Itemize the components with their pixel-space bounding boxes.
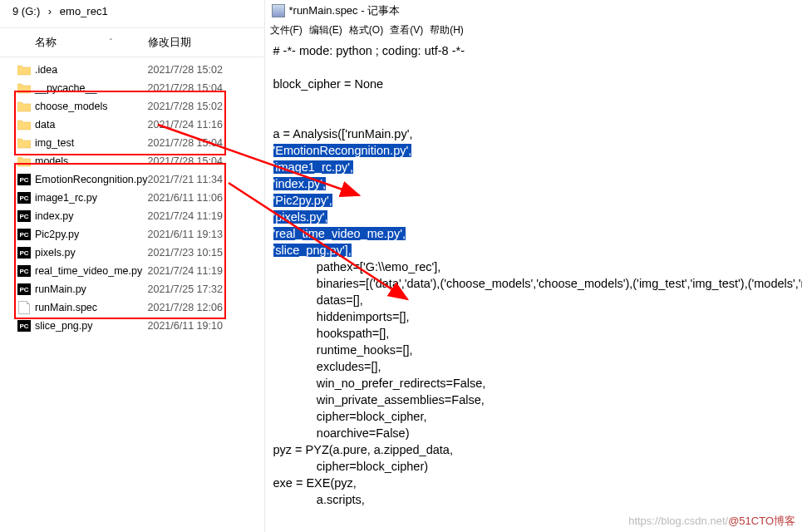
column-header-date[interactable]: 修改日期: [148, 35, 264, 50]
editor-line: cipher=block_cipher,: [273, 408, 803, 425]
editor-line: pyz = PYZ(a.pure, a.zipped_data,: [273, 441, 803, 458]
file-row[interactable]: PCrunMain.py2021/7/25 17:32: [0, 280, 264, 298]
breadcrumb-folder[interactable]: emo_rec1: [60, 5, 108, 17]
editor-line: win_no_prefer_redirects=False,: [273, 375, 803, 392]
notepad-titlebar: *runMain.spec - 记事本: [265, 0, 803, 22]
editor-line: 'Pic2py.py',: [273, 192, 803, 209]
pycharm-file-icon: PC: [17, 318, 32, 333]
editor-line: [273, 109, 803, 126]
pycharm-file-icon: PC: [17, 190, 32, 205]
file-icon: [17, 300, 32, 315]
file-date: 2021/7/28 15:02: [148, 101, 264, 112]
editor-line: 'pixels.py',: [273, 209, 803, 225]
pycharm-file-icon: PC: [17, 245, 32, 260]
pycharm-file-icon: PC: [17, 172, 32, 187]
file-row[interactable]: PCPic2py.py2021/6/11 19:13: [0, 225, 264, 244]
file-date: 2021/7/21 11:34: [148, 174, 264, 185]
folder-icon: [17, 62, 32, 77]
editor-line: hiddenimports=[],: [273, 308, 803, 325]
file-name: slice_png.py: [35, 320, 148, 332]
editor-line: [273, 92, 803, 109]
breadcrumb-drive[interactable]: 9 (G:): [12, 5, 40, 17]
notepad-title: *runMain.spec - 记事本: [289, 3, 401, 18]
editor-line: datas=[],: [273, 292, 803, 308]
file-row[interactable]: PCindex.py2021/7/24 11:19: [0, 207, 264, 225]
editor-line: pathex=['G:\\emo_rec'],: [273, 259, 803, 275]
file-date: 2021/7/28 15:04: [148, 82, 264, 94]
folder-icon: [17, 99, 32, 114]
editor-line: a.scripts,: [273, 491, 803, 508]
notepad-menubar: 文件(F)编辑(E)格式(O)查看(V)帮助(H): [265, 22, 803, 39]
file-date: 2021/6/11 19:10: [148, 320, 264, 332]
file-date: 2021/7/24 11:16: [148, 119, 264, 131]
folder-icon: [17, 81, 32, 96]
file-row[interactable]: PCpixels.py2021/7/23 10:15: [0, 244, 264, 262]
file-date: 2021/7/28 15:02: [148, 64, 264, 76]
file-row[interactable]: runMain.spec2021/7/28 12:06: [0, 298, 264, 317]
file-date: 2021/6/11 19:13: [148, 229, 264, 240]
file-row[interactable]: choose_models2021/7/28 15:02: [0, 97, 264, 116]
file-row[interactable]: PCimage1_rc.py2021/6/11 11:06: [0, 189, 264, 207]
menu-item[interactable]: 查看(V): [390, 24, 423, 36]
file-date: 2021/7/28 15:04: [148, 155, 264, 167]
notepad-editor[interactable]: # -*- mode: python ; coding: utf-8 -*- b…: [265, 39, 803, 511]
editor-line: noarchive=False): [273, 425, 803, 441]
folder-icon: [17, 154, 32, 169]
file-name: image1_rc.py: [35, 192, 148, 204]
editor-line: 'slice_png.py'],: [273, 242, 803, 259]
editor-line: cipher=block_cipher): [273, 458, 803, 475]
file-name: __pycache__: [35, 82, 148, 94]
file-name: models: [35, 155, 148, 167]
file-list: .idea2021/7/28 15:02__pycache__2021/7/28…: [0, 57, 264, 335]
file-date: 2021/7/24 11:19: [148, 210, 264, 222]
file-explorer-pane: 9 (G:) › emo_rec1 名称 ˆ 修改日期 .idea2021/7/…: [0, 0, 265, 532]
editor-line: hookspath=[],: [273, 325, 803, 342]
pycharm-file-icon: PC: [17, 264, 32, 278]
editor-line: binaries=[('data','data'),('choose_model…: [273, 275, 803, 292]
file-date: 2021/7/28 15:04: [148, 137, 264, 149]
file-date: 2021/7/23 10:15: [148, 247, 264, 259]
file-row[interactable]: __pycache__2021/7/28 15:04: [0, 79, 264, 97]
editor-line: 'image1_rc.py',: [273, 159, 803, 175]
sort-caret-icon: ˆ: [110, 38, 112, 47]
file-row[interactable]: models2021/7/28 15:04: [0, 152, 264, 170]
menu-item[interactable]: 编辑(E): [309, 24, 342, 36]
file-name: EmotionRecongnition.py: [35, 174, 148, 185]
editor-line: win_private_assemblies=False,: [273, 392, 803, 408]
breadcrumb[interactable]: 9 (G:) › emo_rec1: [0, 0, 264, 22]
breadcrumb-sep: ›: [48, 5, 52, 17]
watermark: https://blog.csdn.net/@51CTO博客: [628, 514, 795, 529]
file-row[interactable]: PCEmotionRecongnition.py2021/7/21 11:34: [0, 170, 264, 189]
file-row[interactable]: img_test2021/7/28 15:04: [0, 134, 264, 152]
menu-item[interactable]: 格式(O): [349, 24, 383, 36]
file-row[interactable]: .idea2021/7/28 15:02: [0, 61, 264, 79]
editor-line: 'real_time_video_me.py',: [273, 225, 803, 242]
notepad-icon: [272, 4, 285, 17]
file-date: 2021/7/24 11:19: [148, 265, 264, 277]
editor-line: # -*- mode: python ; coding: utf-8 -*-: [273, 42, 803, 59]
menu-item[interactable]: 帮助(H): [430, 24, 464, 36]
file-name: pixels.py: [35, 247, 148, 259]
menu-item[interactable]: 文件(F): [270, 24, 303, 36]
file-row[interactable]: PCslice_png.py2021/6/11 19:10: [0, 317, 264, 335]
file-name: img_test: [35, 137, 148, 149]
folder-icon: [17, 117, 32, 132]
notepad-pane: *runMain.spec - 记事本 文件(F)编辑(E)格式(O)查看(V)…: [265, 0, 803, 532]
file-name: runMain.spec: [35, 302, 148, 313]
editor-line: exe = EXE(pyz,: [273, 475, 803, 491]
column-header-name[interactable]: 名称 ˆ: [0, 35, 148, 50]
editor-line: [273, 59, 803, 76]
file-date: 2021/7/28 12:06: [148, 302, 264, 313]
editor-line: 'index.py',: [273, 175, 803, 192]
editor-line: a = Analysis(['runMain.py',: [273, 126, 803, 142]
editor-line: excludes=[],: [273, 358, 803, 375]
file-name: runMain.py: [35, 283, 148, 295]
file-row[interactable]: PCreal_time_video_me.py2021/7/24 11:19: [0, 262, 264, 280]
file-list-header: 名称 ˆ 修改日期: [0, 27, 264, 57]
file-name: real_time_video_me.py: [35, 265, 148, 277]
file-row[interactable]: data2021/7/24 11:16: [0, 116, 264, 134]
editor-line: 'EmotionRecongnition.py',: [273, 142, 803, 159]
file-date: 2021/7/25 17:32: [148, 283, 264, 295]
pycharm-file-icon: PC: [17, 209, 32, 224]
editor-line: runtime_hooks=[],: [273, 342, 803, 358]
